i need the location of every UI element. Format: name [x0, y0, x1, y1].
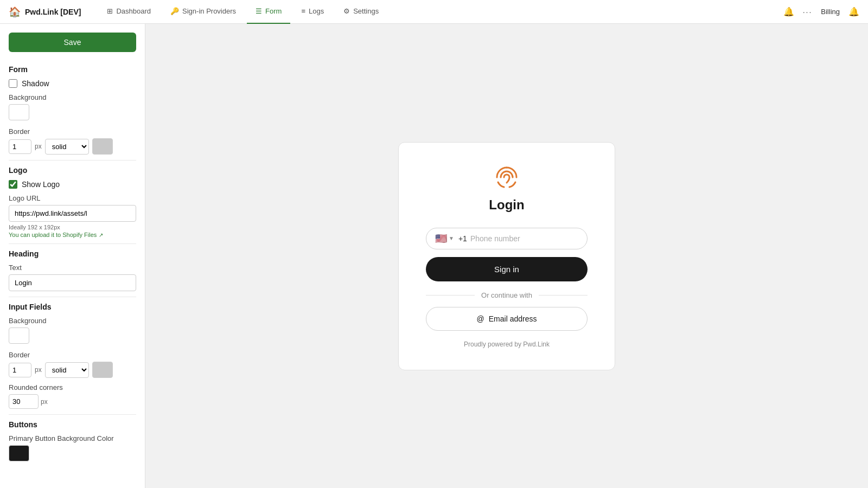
form-section: Form Shadow Background Border px solid d… [9, 65, 136, 155]
input-border-label: Border [9, 351, 136, 359]
input-border-unit: px [35, 366, 42, 374]
divider-line-left [426, 295, 475, 296]
settings-icon: ⚙ [343, 7, 350, 15]
divider-text: Or continue with [481, 291, 532, 299]
tab-settings[interactable]: ⚙ Settings [335, 0, 387, 24]
show-logo-row: Show Logo [9, 180, 136, 189]
input-bg-label: Background [9, 317, 136, 325]
form-border-color[interactable] [92, 138, 113, 155]
topbar-right: 🔔 ··· Billing 🔔 [783, 7, 859, 17]
upload-link[interactable]: You can upload it to Shopify Files [9, 232, 97, 238]
input-border-row: px solid dashed none [9, 362, 136, 378]
tab-logs-label: Logs [309, 7, 324, 15]
form-border-unit: px [35, 143, 42, 150]
buttons-section: Buttons Primary Button Background Color [9, 420, 136, 463]
nav-tabs: ⊞ Dashboard 🔑 Sign-in Providers ☰ Form ≡… [98, 0, 783, 24]
logo-hint: Ideally 192 x 192px [9, 224, 136, 230]
dashboard-icon: ⊞ [107, 7, 113, 15]
login-logo [494, 164, 520, 192]
shadow-checkbox[interactable] [9, 79, 17, 88]
form-border-style-select[interactable]: solid dashed none [45, 139, 89, 155]
flag-emoji: 🇺🇸 [435, 233, 447, 245]
brand: 🏠 Pwd.Link [DEV] [9, 6, 81, 18]
rounded-corners-label: Rounded corners [9, 383, 136, 391]
country-code: +1 [458, 234, 467, 243]
shadow-label: Shadow [22, 79, 49, 88]
primary-button-color[interactable] [9, 445, 29, 461]
heading-text-input[interactable] [9, 274, 136, 291]
email-button-label: Email address [489, 314, 537, 323]
login-card-preview: Login 🇺🇸 ▼ +1 Phone number Sign in Or co… [398, 142, 615, 370]
sign-in-button[interactable]: Sign in [426, 257, 588, 281]
form-border-width[interactable] [9, 139, 31, 154]
form-background-color[interactable] [9, 104, 29, 120]
dots-icon[interactable]: ··· [803, 8, 813, 16]
logo-section-title: Logo [9, 166, 136, 175]
shadow-row: Shadow [9, 79, 136, 88]
topbar-bell-icon[interactable]: 🔔 [848, 7, 859, 17]
input-border-style-select[interactable]: solid dashed none [45, 362, 89, 378]
external-link-icon: ↗ [99, 232, 103, 238]
sign-in-icon: 🔑 [170, 7, 179, 15]
email-button[interactable]: @ Email address [426, 307, 588, 331]
phone-placeholder: Phone number [470, 234, 578, 243]
primary-bg-color-label: Primary Button Background Color [9, 434, 136, 442]
logo-section: Logo Show Logo Logo URL Ideally 192 x 19… [9, 166, 136, 238]
input-border-color[interactable] [92, 362, 113, 378]
powered-by: Proudly powered by Pwd.Link [464, 341, 550, 348]
rounded-corners-row: px [9, 394, 136, 409]
heading-text-label: Text [9, 264, 136, 272]
country-selector[interactable]: 🇺🇸 ▼ [435, 233, 454, 245]
heading-section-title: Heading [9, 249, 136, 258]
tab-dashboard[interactable]: ⊞ Dashboard [98, 0, 159, 24]
input-border-width[interactable] [9, 363, 31, 377]
logo-url-input[interactable] [9, 205, 136, 222]
main-content: Login 🇺🇸 ▼ +1 Phone number Sign in Or co… [145, 24, 868, 488]
form-border-row: px solid dashed none [9, 138, 136, 155]
heading-section: Heading Text [9, 249, 136, 291]
chevron-down-icon: ▼ [449, 235, 454, 241]
tab-logs[interactable]: ≡ Logs [292, 0, 333, 24]
tab-settings-label: Settings [353, 7, 379, 15]
logs-icon: ≡ [301, 7, 305, 15]
layout: Save Form Shadow Background Border px so… [0, 24, 868, 488]
tab-sign-in-providers[interactable]: 🔑 Sign-in Providers [162, 0, 245, 24]
save-button[interactable]: Save [9, 33, 136, 52]
tab-form[interactable]: ☰ Form [247, 0, 290, 24]
show-logo-checkbox[interactable] [9, 180, 17, 189]
rounded-corners-input[interactable] [9, 394, 39, 409]
tab-dashboard-label: Dashboard [116, 7, 151, 15]
form-section-title: Form [9, 65, 136, 74]
form-icon: ☰ [256, 7, 262, 15]
logo-url-label: Logo URL [9, 194, 136, 202]
brand-name: Pwd.Link [DEV] [25, 8, 81, 16]
sidebar: Save Form Shadow Background Border px so… [0, 24, 145, 488]
divider-line-right [539, 295, 588, 296]
brand-icon: 🏠 [9, 6, 21, 18]
fingerprint-icon [494, 164, 520, 190]
input-background-color[interactable] [9, 328, 29, 344]
form-background-label: Background [9, 93, 136, 101]
tab-sign-in-label: Sign-in Providers [182, 7, 236, 15]
phone-input-row[interactable]: 🇺🇸 ▼ +1 Phone number [426, 228, 588, 249]
rounded-corners-unit: px [41, 398, 48, 406]
topbar: 🏠 Pwd.Link [DEV] ⊞ Dashboard 🔑 Sign-in P… [0, 0, 868, 24]
buttons-section-title: Buttons [9, 420, 136, 429]
or-divider: Or continue with [426, 291, 588, 299]
input-fields-section: Input Fields Background Border px solid … [9, 303, 136, 409]
form-border-label: Border [9, 127, 136, 136]
notification-icon[interactable]: 🔔 [783, 7, 794, 17]
input-fields-title: Input Fields [9, 303, 136, 311]
show-logo-label: Show Logo [22, 180, 60, 189]
login-title: Login [489, 197, 524, 213]
at-icon: @ [477, 314, 484, 323]
billing-link[interactable]: Billing [821, 8, 840, 16]
tab-form-label: Form [265, 7, 282, 15]
